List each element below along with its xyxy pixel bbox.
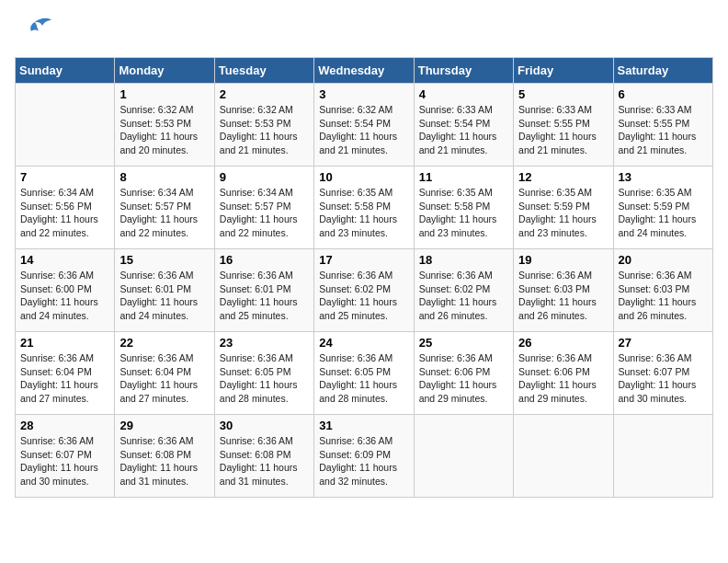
day-info: Sunrise: 6:36 AM Sunset: 6:05 PM Dayligh…	[220, 351, 309, 406]
day-number: 29	[119, 419, 209, 432]
day-number: 25	[419, 336, 508, 350]
calendar-cell: 26Sunrise: 6:36 AM Sunset: 6:06 PM Dayli…	[514, 332, 613, 415]
day-number: 20	[619, 253, 708, 267]
day-header-saturday: Saturday	[613, 58, 712, 84]
day-number: 6	[619, 87, 708, 101]
calendar-cell: 21Sunrise: 6:36 AM Sunset: 6:04 PM Dayli…	[16, 332, 115, 415]
calendar-cell: 20Sunrise: 6:36 AM Sunset: 6:03 PM Dayli…	[613, 249, 712, 332]
day-number: 27	[619, 336, 708, 350]
day-info: Sunrise: 6:36 AM Sunset: 6:06 PM Dayligh…	[419, 351, 508, 406]
day-header-thursday: Thursday	[414, 58, 513, 84]
calendar-cell: 8Sunrise: 6:34 AM Sunset: 5:57 PM Daylig…	[115, 167, 214, 249]
calendar-cell: 15Sunrise: 6:36 AM Sunset: 6:01 PM Dayli…	[115, 249, 214, 332]
day-info: Sunrise: 6:33 AM Sunset: 5:54 PM Dayligh…	[419, 103, 508, 157]
calendar-header-row: SundayMondayTuesdayWednesdayThursdayFrid…	[16, 58, 713, 84]
calendar-cell: 16Sunrise: 6:36 AM Sunset: 6:01 PM Dayli…	[214, 249, 313, 332]
day-info: Sunrise: 6:36 AM Sunset: 6:03 PM Dayligh…	[518, 269, 608, 323]
calendar-cell	[16, 84, 115, 167]
day-number: 10	[319, 170, 408, 184]
day-number: 4	[419, 87, 508, 101]
calendar-cell	[414, 415, 513, 498]
day-info: Sunrise: 6:33 AM Sunset: 5:55 PM Dayligh…	[518, 103, 608, 157]
day-number: 19	[518, 253, 608, 267]
day-number: 16	[220, 253, 309, 267]
calendar-table: SundayMondayTuesdayWednesdayThursdayFrid…	[15, 57, 713, 498]
calendar-cell: 29Sunrise: 6:36 AM Sunset: 6:08 PM Dayli…	[115, 415, 214, 498]
calendar-cell: 2Sunrise: 6:32 AM Sunset: 5:53 PM Daylig…	[214, 84, 313, 167]
day-info: Sunrise: 6:36 AM Sunset: 6:08 PM Dayligh…	[220, 434, 309, 488]
day-header-sunday: Sunday	[16, 58, 115, 84]
calendar-cell: 5Sunrise: 6:33 AM Sunset: 5:55 PM Daylig…	[514, 84, 613, 167]
day-info: Sunrise: 6:36 AM Sunset: 6:04 PM Dayligh…	[20, 351, 109, 406]
day-number: 8	[119, 170, 209, 184]
day-info: Sunrise: 6:36 AM Sunset: 6:05 PM Dayligh…	[319, 351, 408, 406]
day-info: Sunrise: 6:32 AM Sunset: 5:53 PM Dayligh…	[119, 103, 209, 157]
day-number: 21	[20, 336, 109, 350]
calendar-week-3: 14Sunrise: 6:36 AM Sunset: 6:00 PM Dayli…	[16, 249, 713, 332]
day-info: Sunrise: 6:36 AM Sunset: 6:04 PM Dayligh…	[119, 351, 209, 406]
day-header-friday: Friday	[514, 58, 613, 84]
day-number: 22	[119, 336, 209, 350]
day-info: Sunrise: 6:35 AM Sunset: 5:58 PM Dayligh…	[319, 186, 408, 240]
day-number: 24	[319, 336, 408, 350]
calendar-cell: 13Sunrise: 6:35 AM Sunset: 5:59 PM Dayli…	[613, 167, 712, 249]
calendar-cell: 25Sunrise: 6:36 AM Sunset: 6:06 PM Dayli…	[414, 332, 513, 415]
day-info: Sunrise: 6:34 AM Sunset: 5:57 PM Dayligh…	[119, 186, 209, 240]
calendar-cell: 11Sunrise: 6:35 AM Sunset: 5:58 PM Dayli…	[414, 167, 513, 249]
day-info: Sunrise: 6:35 AM Sunset: 5:58 PM Dayligh…	[419, 186, 508, 240]
day-info: Sunrise: 6:36 AM Sunset: 6:01 PM Dayligh…	[119, 269, 209, 323]
calendar-week-1: 1Sunrise: 6:32 AM Sunset: 5:53 PM Daylig…	[16, 84, 713, 167]
day-info: Sunrise: 6:35 AM Sunset: 5:59 PM Dayligh…	[518, 186, 608, 240]
day-info: Sunrise: 6:36 AM Sunset: 6:02 PM Dayligh…	[319, 269, 408, 323]
day-info: Sunrise: 6:32 AM Sunset: 5:53 PM Dayligh…	[220, 103, 309, 157]
page-header	[15, 15, 713, 48]
day-info: Sunrise: 6:36 AM Sunset: 6:07 PM Dayligh…	[619, 351, 708, 406]
day-info: Sunrise: 6:34 AM Sunset: 5:56 PM Dayligh…	[20, 186, 109, 240]
calendar-cell: 12Sunrise: 6:35 AM Sunset: 5:59 PM Dayli…	[514, 167, 613, 249]
day-number: 7	[20, 170, 109, 184]
day-info: Sunrise: 6:36 AM Sunset: 6:07 PM Dayligh…	[20, 434, 109, 488]
day-info: Sunrise: 6:36 AM Sunset: 6:08 PM Dayligh…	[119, 434, 209, 488]
calendar-week-5: 28Sunrise: 6:36 AM Sunset: 6:07 PM Dayli…	[16, 415, 713, 498]
day-info: Sunrise: 6:36 AM Sunset: 6:02 PM Dayligh…	[419, 269, 508, 323]
day-number: 15	[119, 253, 209, 267]
day-info: Sunrise: 6:36 AM Sunset: 6:09 PM Dayligh…	[319, 434, 408, 488]
calendar-cell: 22Sunrise: 6:36 AM Sunset: 6:04 PM Dayli…	[115, 332, 214, 415]
day-number: 3	[319, 87, 408, 101]
calendar-cell: 4Sunrise: 6:33 AM Sunset: 5:54 PM Daylig…	[414, 84, 513, 167]
calendar-cell: 28Sunrise: 6:36 AM Sunset: 6:07 PM Dayli…	[16, 415, 115, 498]
calendar-cell: 10Sunrise: 6:35 AM Sunset: 5:58 PM Dayli…	[314, 167, 414, 249]
calendar-cell	[613, 415, 712, 498]
calendar-cell: 19Sunrise: 6:36 AM Sunset: 6:03 PM Dayli…	[514, 249, 613, 332]
calendar-cell: 14Sunrise: 6:36 AM Sunset: 6:00 PM Dayli…	[16, 249, 115, 332]
day-info: Sunrise: 6:36 AM Sunset: 6:06 PM Dayligh…	[518, 351, 608, 406]
day-number: 5	[518, 87, 608, 101]
day-number: 14	[20, 253, 109, 267]
day-info: Sunrise: 6:36 AM Sunset: 6:01 PM Dayligh…	[220, 269, 309, 323]
day-info: Sunrise: 6:34 AM Sunset: 5:57 PM Dayligh…	[220, 186, 309, 240]
calendar-cell: 17Sunrise: 6:36 AM Sunset: 6:02 PM Dayli…	[314, 249, 414, 332]
day-info: Sunrise: 6:32 AM Sunset: 5:54 PM Dayligh…	[319, 103, 408, 157]
day-number: 11	[419, 170, 508, 184]
day-number: 23	[220, 336, 309, 350]
calendar-cell: 1Sunrise: 6:32 AM Sunset: 5:53 PM Daylig…	[115, 84, 214, 167]
day-number: 18	[419, 253, 508, 267]
calendar-week-2: 7Sunrise: 6:34 AM Sunset: 5:56 PM Daylig…	[16, 167, 713, 249]
day-number: 26	[518, 336, 608, 350]
day-number: 13	[619, 170, 708, 184]
calendar-cell: 9Sunrise: 6:34 AM Sunset: 5:57 PM Daylig…	[214, 167, 313, 249]
calendar-cell: 7Sunrise: 6:34 AM Sunset: 5:56 PM Daylig…	[16, 167, 115, 249]
day-number: 17	[319, 253, 408, 267]
calendar-cell: 3Sunrise: 6:32 AM Sunset: 5:54 PM Daylig…	[314, 84, 414, 167]
day-number: 28	[20, 419, 109, 432]
day-number: 31	[319, 419, 408, 432]
calendar-cell	[514, 415, 613, 498]
calendar-cell: 24Sunrise: 6:36 AM Sunset: 6:05 PM Dayli…	[314, 332, 414, 415]
day-header-tuesday: Tuesday	[214, 58, 313, 84]
day-number: 9	[220, 170, 309, 184]
day-info: Sunrise: 6:36 AM Sunset: 6:03 PM Dayligh…	[619, 269, 708, 323]
calendar-cell: 31Sunrise: 6:36 AM Sunset: 6:09 PM Dayli…	[314, 415, 414, 498]
calendar-week-4: 21Sunrise: 6:36 AM Sunset: 6:04 PM Dayli…	[16, 332, 713, 415]
calendar-cell: 23Sunrise: 6:36 AM Sunset: 6:05 PM Dayli…	[214, 332, 313, 415]
logo-icon	[15, 15, 55, 48]
